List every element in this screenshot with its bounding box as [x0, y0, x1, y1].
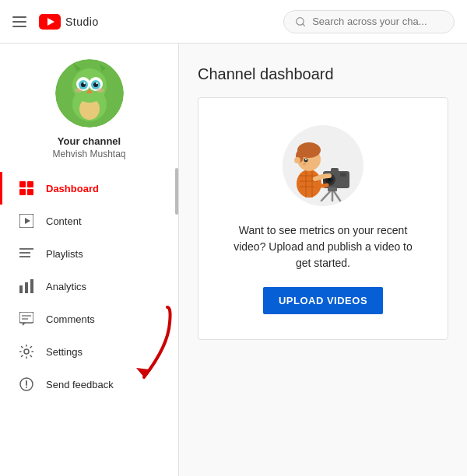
playlists-icon [18, 245, 35, 262]
hamburger-icon[interactable] [12, 16, 26, 27]
svg-point-15 [96, 82, 97, 84]
svg-point-41 [283, 125, 363, 206]
main-content: Channel dashboard [179, 44, 467, 476]
sidebar-item-send-feedback[interactable]: Send feedback [0, 368, 178, 401]
nav-list: Dashboard Content [0, 172, 178, 401]
svg-rect-33 [19, 312, 33, 323]
studio-label: Studio [65, 16, 99, 28]
app-header: Studio [0, 0, 467, 44]
sidebar-item-playlists[interactable]: Playlists [0, 237, 178, 270]
sidebar-item-analytics[interactable]: Analytics [0, 270, 178, 303]
sidebar-item-content[interactable]: Content [0, 205, 178, 237]
playlists-label: Playlists [46, 248, 83, 260]
page-title: Channel dashboard [198, 65, 448, 83]
svg-rect-24 [27, 189, 33, 195]
svg-point-40 [26, 387, 27, 388]
analytics-label: Analytics [46, 281, 86, 292]
svg-point-52 [297, 170, 321, 198]
svg-rect-51 [328, 187, 337, 191]
dashboard-card: Want to see metrics on your recent video… [198, 97, 448, 340]
svg-point-61 [294, 157, 300, 163]
svg-rect-22 [27, 181, 33, 187]
sidebar-item-dashboard[interactable]: Dashboard [0, 172, 178, 205]
youtube-icon [39, 14, 61, 30]
settings-label: Settings [46, 346, 83, 358]
svg-marker-26 [25, 218, 30, 224]
svg-point-64 [303, 163, 306, 165]
svg-point-14 [83, 82, 85, 84]
channel-name: Your channel [58, 135, 121, 147]
svg-rect-31 [25, 282, 28, 293]
dashboard-label: Dashboard [46, 183, 99, 194]
svg-rect-30 [19, 285, 23, 293]
svg-rect-50 [340, 173, 346, 177]
card-description: Want to see metrics on your recent video… [230, 222, 416, 271]
svg-rect-49 [331, 168, 339, 173]
channel-handle: Mehvish Mushtaq [52, 149, 125, 159]
search-input[interactable] [312, 16, 443, 27]
svg-point-19 [75, 88, 83, 93]
svg-point-48 [328, 178, 331, 181]
comments-icon [18, 310, 35, 327]
svg-rect-23 [19, 189, 26, 195]
upload-videos-button[interactable]: UPLOAD VIDEOS [263, 287, 383, 314]
channel-avatar [55, 59, 124, 128]
svg-rect-21 [19, 181, 26, 187]
svg-point-63 [305, 159, 307, 160]
svg-line-3 [303, 23, 305, 26]
send-feedback-label: Send feedback [46, 379, 114, 390]
scrollbar[interactable] [175, 168, 178, 215]
content-icon [18, 212, 35, 229]
content-label: Content [46, 215, 82, 227]
svg-rect-32 [30, 279, 33, 293]
settings-icon [18, 343, 35, 360]
svg-point-37 [24, 349, 29, 354]
dashboard-icon [18, 180, 35, 197]
svg-point-20 [97, 88, 104, 93]
avatar-image [55, 59, 124, 128]
search-bar[interactable] [283, 10, 455, 33]
sidebar-item-settings[interactable]: Settings [0, 335, 178, 368]
sidebar: Your channel Mehvish Mushtaq Dashboard [0, 44, 179, 476]
send-feedback-icon [18, 376, 35, 393]
upload-illustration [276, 123, 370, 208]
main-layout: Your channel Mehvish Mushtaq Dashboard [0, 44, 467, 476]
comments-label: Comments [46, 313, 95, 325]
analytics-icon [18, 278, 35, 295]
sidebar-item-comments[interactable]: Comments [0, 303, 178, 335]
logo: Studio [39, 14, 99, 30]
search-icon [295, 16, 306, 28]
